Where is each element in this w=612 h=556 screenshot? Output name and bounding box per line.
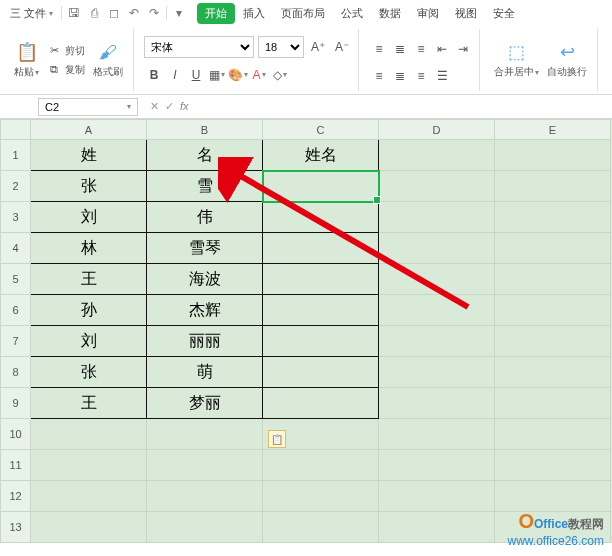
print-icon[interactable]: ⎙: [86, 5, 102, 21]
indent-increase-button[interactable]: ⇥: [453, 39, 473, 59]
merge-center-button[interactable]: ⬚ 合并居中▾: [490, 39, 543, 81]
tab-data[interactable]: 数据: [371, 3, 409, 24]
cancel-icon[interactable]: ✕: [150, 100, 159, 113]
cell[interactable]: [379, 295, 495, 326]
cell[interactable]: [495, 450, 611, 481]
cell[interactable]: [263, 326, 379, 357]
cell[interactable]: [495, 264, 611, 295]
cut-button[interactable]: ✂剪切: [43, 43, 89, 59]
cell[interactable]: [495, 326, 611, 357]
row-header[interactable]: 13: [1, 512, 31, 543]
format-painter-button[interactable]: 🖌 格式刷: [89, 39, 127, 81]
cell[interactable]: [379, 512, 495, 543]
row-header[interactable]: 7: [1, 326, 31, 357]
tab-security[interactable]: 安全: [485, 3, 523, 24]
row-header[interactable]: 3: [1, 202, 31, 233]
cell[interactable]: [263, 388, 379, 419]
save-icon[interactable]: 🖫: [66, 5, 82, 21]
font-color-button[interactable]: A▾: [249, 65, 269, 85]
decrease-font-button[interactable]: A⁻: [332, 37, 352, 57]
cell[interactable]: [495, 419, 611, 450]
tab-start[interactable]: 开始: [197, 3, 235, 24]
cell[interactable]: 伟: [147, 202, 263, 233]
cell[interactable]: [495, 233, 611, 264]
cell[interactable]: [263, 481, 379, 512]
distribute-button[interactable]: ☰: [432, 66, 452, 86]
cell[interactable]: [495, 481, 611, 512]
cell[interactable]: [495, 202, 611, 233]
cell[interactable]: 姓名: [263, 140, 379, 171]
tab-view[interactable]: 视图: [447, 3, 485, 24]
row-header[interactable]: 11: [1, 450, 31, 481]
cell[interactable]: 林: [31, 233, 147, 264]
cell[interactable]: [263, 233, 379, 264]
cell[interactable]: [31, 481, 147, 512]
align-middle-button[interactable]: ≣: [390, 39, 410, 59]
cell[interactable]: 刘: [31, 202, 147, 233]
cell[interactable]: 海波: [147, 264, 263, 295]
align-top-button[interactable]: ≡: [369, 39, 389, 59]
clear-format-button[interactable]: ◇▾: [270, 65, 290, 85]
cell[interactable]: [495, 357, 611, 388]
cell[interactable]: [379, 357, 495, 388]
cell[interactable]: [263, 450, 379, 481]
cell[interactable]: 名: [147, 140, 263, 171]
cell[interactable]: [147, 512, 263, 543]
cell[interactable]: [263, 264, 379, 295]
cell[interactable]: [147, 419, 263, 450]
cell[interactable]: [263, 512, 379, 543]
confirm-icon[interactable]: ✓: [165, 100, 174, 113]
cell[interactable]: [379, 419, 495, 450]
align-right-button[interactable]: ≡: [411, 66, 431, 86]
cell[interactable]: 王: [31, 264, 147, 295]
cell[interactable]: [379, 233, 495, 264]
cell[interactable]: 张: [31, 171, 147, 202]
font-size-select[interactable]: 18: [258, 36, 304, 58]
copy-button[interactable]: ⧉复制: [43, 62, 89, 78]
cell-selected[interactable]: [263, 171, 379, 202]
wrap-text-button[interactable]: ↩ 自动换行: [543, 39, 591, 81]
indent-decrease-button[interactable]: ⇤: [432, 39, 452, 59]
cell[interactable]: 刘: [31, 326, 147, 357]
col-header-d[interactable]: D: [379, 120, 495, 140]
cell[interactable]: 梦丽: [147, 388, 263, 419]
row-header[interactable]: 8: [1, 357, 31, 388]
cell[interactable]: 姓: [31, 140, 147, 171]
row-header[interactable]: 12: [1, 481, 31, 512]
tab-insert[interactable]: 插入: [235, 3, 273, 24]
cell[interactable]: [495, 295, 611, 326]
row-header[interactable]: 1: [1, 140, 31, 171]
cell[interactable]: [263, 357, 379, 388]
col-header-c[interactable]: C: [263, 120, 379, 140]
row-header[interactable]: 2: [1, 171, 31, 202]
border-button[interactable]: ▦▾: [207, 65, 227, 85]
cell[interactable]: [31, 450, 147, 481]
align-bottom-button[interactable]: ≡: [411, 39, 431, 59]
row-header[interactable]: 5: [1, 264, 31, 295]
cell[interactable]: 张: [31, 357, 147, 388]
cell[interactable]: 丽丽: [147, 326, 263, 357]
cell[interactable]: [263, 202, 379, 233]
name-box[interactable]: C2▾: [38, 98, 138, 116]
cell[interactable]: [379, 264, 495, 295]
cell[interactable]: [31, 512, 147, 543]
cell[interactable]: [263, 295, 379, 326]
cell[interactable]: [379, 140, 495, 171]
paste-options-button[interactable]: 📋: [268, 430, 286, 448]
cell[interactable]: 杰辉: [147, 295, 263, 326]
align-left-button[interactable]: ≡: [369, 66, 389, 86]
cell[interactable]: [379, 388, 495, 419]
cell[interactable]: [31, 419, 147, 450]
tab-layout[interactable]: 页面布局: [273, 3, 333, 24]
cell[interactable]: [495, 140, 611, 171]
col-header-e[interactable]: E: [495, 120, 611, 140]
cell[interactable]: [147, 450, 263, 481]
file-menu[interactable]: 三 文件▾: [4, 4, 59, 23]
cell[interactable]: [379, 171, 495, 202]
tab-review[interactable]: 审阅: [409, 3, 447, 24]
preview-icon[interactable]: ◻: [106, 5, 122, 21]
fx-label[interactable]: fx: [180, 100, 189, 113]
underline-button[interactable]: U: [186, 65, 206, 85]
row-header[interactable]: 9: [1, 388, 31, 419]
cell[interactable]: [495, 171, 611, 202]
